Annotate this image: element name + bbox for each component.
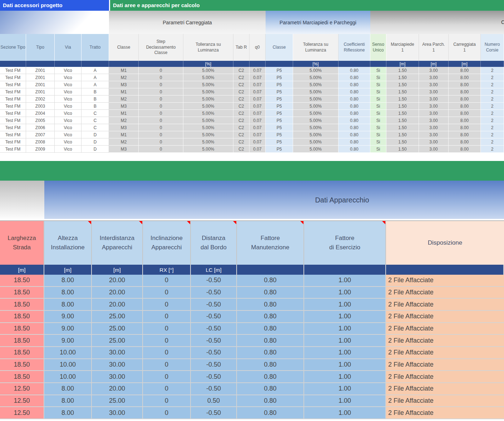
cell-sezione-tipo[interactable]: Test FM <box>0 74 26 81</box>
cell-larghezza-strada[interactable]: 12.50 <box>0 383 44 395</box>
cell-senso-unico[interactable]: Si <box>370 103 386 110</box>
cell-fattore-manutenzione[interactable]: 0.80 <box>237 299 304 311</box>
cell-tolleranza-luminanza[interactable]: 5.00% <box>183 117 233 124</box>
cell-tolleranza-luminanza[interactable]: 5.00% <box>183 146 233 153</box>
cell-tratto[interactable]: B <box>81 88 109 96</box>
cell-altezza-installazione[interactable]: 8.00 <box>44 299 92 311</box>
cell-classe-marciapiedi[interactable]: P5 <box>266 96 293 103</box>
cell-q0[interactable]: 0.07 <box>249 110 266 117</box>
cell-sezione-tipo[interactable]: Test FM <box>0 81 26 88</box>
cell-inclinazione-apparecchi[interactable]: 0 <box>143 347 191 359</box>
cell-tab-r[interactable]: C2 <box>233 138 249 146</box>
cell-classe-marciapiedi[interactable]: P5 <box>266 131 293 138</box>
cell-fattore-di-esercizio[interactable]: 1.00 <box>304 311 386 323</box>
cell-fattore-manutenzione[interactable]: 0.80 <box>237 323 304 335</box>
cell-distanza-dal-bordo[interactable]: -0.50 <box>191 299 237 311</box>
cell-fattore-di-esercizio[interactable]: 1.00 <box>304 335 386 347</box>
cell-tab-r[interactable]: C2 <box>233 88 249 96</box>
cell-classe-marciapiedi[interactable]: P5 <box>266 88 293 96</box>
cell-q0[interactable]: 0.07 <box>249 96 266 103</box>
cell-marciapiede-1[interactable]: 1.50 <box>386 96 419 103</box>
cell-coefficienti-riflessione[interactable]: 0.80 <box>339 88 370 96</box>
cell-tolleranza-luminanza[interactable]: 5.00% <box>183 81 233 88</box>
cell-larghezza-strada[interactable]: 18.50 <box>0 311 44 323</box>
cell-fattore-di-esercizio[interactable]: 1.00 <box>304 299 386 311</box>
cell-disposizione[interactable]: 2 File Affacciate <box>386 299 504 311</box>
cell-marciapiede-1[interactable]: 1.50 <box>386 103 419 110</box>
cell-tolleranza-luminanza-2[interactable]: 5.00% <box>293 67 339 74</box>
cell-tolleranza-luminanza[interactable]: 5.00% <box>183 124 233 131</box>
cell-sezione-tipo[interactable]: Test FM <box>0 131 26 138</box>
cell-classe-carreggiata[interactable]: M3 <box>109 124 139 131</box>
cell-altezza-installazione[interactable]: 8.00 <box>44 287 92 299</box>
cell-senso-unico[interactable]: Si <box>370 138 386 146</box>
cell-disposizione[interactable]: 2 File Affacciate <box>386 335 504 347</box>
cell-carreggiata-1[interactable]: 8.00 <box>449 74 481 81</box>
cell-area-parch-1[interactable]: 3.00 <box>419 131 449 138</box>
cell-larghezza-strada[interactable]: 18.50 <box>0 287 44 299</box>
cell-disposizione[interactable]: 2 File Affacciate <box>386 287 504 299</box>
cell-classe-marciapiedi[interactable]: P5 <box>266 124 293 131</box>
cell-tipo[interactable]: Z006 <box>26 124 55 131</box>
cell-numero-corsie[interactable]: 2 <box>481 67 504 74</box>
cell-inclinazione-apparecchi[interactable]: 0 <box>143 395 191 407</box>
cell-disposizione[interactable]: 2 File Affacciate <box>386 407 504 419</box>
cell-coefficienti-riflessione[interactable]: 0.80 <box>339 96 370 103</box>
cell-carreggiata-1[interactable]: 8.00 <box>449 124 481 131</box>
cell-altezza-installazione[interactable]: 8.00 <box>44 407 92 419</box>
cell-via[interactable]: Vico <box>55 146 81 153</box>
cell-interdistanza-apparecchi[interactable]: 30.00 <box>92 407 143 419</box>
cell-q0[interactable]: 0.07 <box>249 74 266 81</box>
cell-distanza-dal-bordo[interactable]: -0.50 <box>191 275 237 287</box>
cell-tolleranza-luminanza-2[interactable]: 5.00% <box>293 146 339 153</box>
cell-classe-marciapiedi[interactable]: P5 <box>266 81 293 88</box>
cell-tipo[interactable]: Z001 <box>26 74 55 81</box>
cell-larghezza-strada[interactable]: 18.50 <box>0 299 44 311</box>
cell-classe-marciapiedi[interactable]: P5 <box>266 146 293 153</box>
cell-fattore-manutenzione[interactable]: 0.80 <box>237 335 304 347</box>
cell-via[interactable]: Vico <box>55 103 81 110</box>
cell-via[interactable]: Vico <box>55 117 81 124</box>
cell-tratto[interactable]: A <box>81 67 109 74</box>
cell-marciapiede-1[interactable]: 1.50 <box>386 110 419 117</box>
cell-classe-marciapiedi[interactable]: P5 <box>266 67 293 74</box>
cell-via[interactable]: Vico <box>55 74 81 81</box>
cell-senso-unico[interactable]: Si <box>370 96 386 103</box>
cell-area-parch-1[interactable]: 3.00 <box>419 117 449 124</box>
cell-classe-carreggiata[interactable]: M3 <box>109 146 139 153</box>
cell-tolleranza-luminanza-2[interactable]: 5.00% <box>293 138 339 146</box>
cell-coefficienti-riflessione[interactable]: 0.80 <box>339 67 370 74</box>
cell-sezione-tipo[interactable]: Test FM <box>0 96 26 103</box>
cell-senso-unico[interactable]: Si <box>370 117 386 124</box>
cell-coefficienti-riflessione[interactable]: 0.80 <box>339 110 370 117</box>
cell-disposizione[interactable]: 2 File Affacciate <box>386 347 504 359</box>
cell-classe-marciapiedi[interactable]: P5 <box>266 110 293 117</box>
cell-tolleranza-luminanza[interactable]: 5.00% <box>183 110 233 117</box>
cell-tratto[interactable]: B <box>81 96 109 103</box>
cell-distanza-dal-bordo[interactable]: -0.50 <box>191 359 237 371</box>
cell-inclinazione-apparecchi[interactable]: 0 <box>143 275 191 287</box>
cell-area-parch-1[interactable]: 3.00 <box>419 124 449 131</box>
cell-classe-carreggiata[interactable]: M1 <box>109 88 139 96</box>
cell-interdistanza-apparecchi[interactable]: 20.00 <box>92 287 143 299</box>
cell-disposizione[interactable]: 2 File Affacciate <box>386 359 504 371</box>
cell-tratto[interactable]: A <box>81 74 109 81</box>
cell-tipo[interactable]: Z008 <box>26 138 55 146</box>
cell-classe-carreggiata[interactable]: M2 <box>109 74 139 81</box>
cell-larghezza-strada[interactable]: 18.50 <box>0 323 44 335</box>
cell-tratto[interactable]: B <box>81 103 109 110</box>
cell-altezza-installazione[interactable]: 8.00 <box>44 275 92 287</box>
cell-tab-r[interactable]: C2 <box>233 74 249 81</box>
cell-tipo[interactable]: Z001 <box>26 88 55 96</box>
cell-sezione-tipo[interactable]: Test FM <box>0 117 26 124</box>
cell-distanza-dal-bordo[interactable]: 0.50 <box>191 395 237 407</box>
cell-classe-marciapiedi[interactable]: P5 <box>266 103 293 110</box>
cell-tratto[interactable]: A <box>81 81 109 88</box>
cell-altezza-installazione[interactable]: 10.00 <box>44 359 92 371</box>
cell-numero-corsie[interactable]: 2 <box>481 96 504 103</box>
cell-altezza-installazione[interactable]: 10.00 <box>44 371 92 383</box>
cell-numero-corsie[interactable]: 2 <box>481 110 504 117</box>
cell-numero-corsie[interactable]: 2 <box>481 88 504 96</box>
cell-inclinazione-apparecchi[interactable]: 0 <box>143 407 191 419</box>
cell-distanza-dal-bordo[interactable]: -0.50 <box>191 347 237 359</box>
